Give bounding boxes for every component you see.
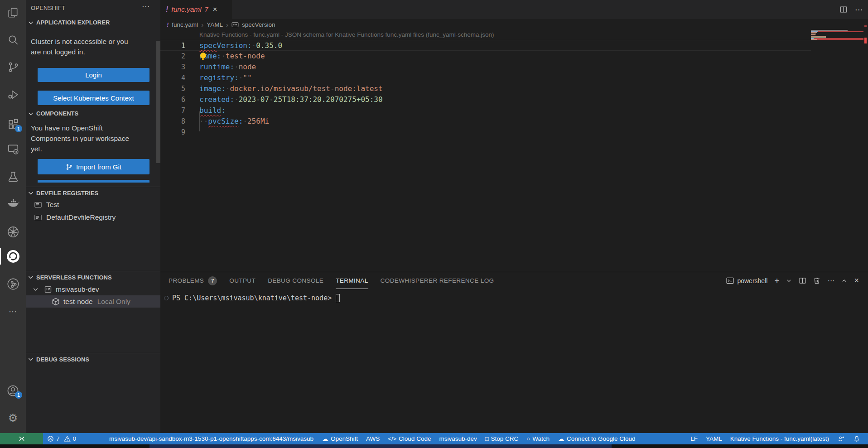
notifications-status[interactable]: [849, 433, 864, 444]
activity-item-accounts[interactable]: 1: [0, 380, 26, 401]
watch-status[interactable]: ○ Watch: [522, 433, 554, 444]
project-status[interactable]: msivasub-dev: [435, 433, 481, 444]
trash-icon[interactable]: [813, 277, 820, 284]
section-application-explorer[interactable]: APPLICATION EXPLORER: [26, 16, 160, 29]
breadcrumb-lang[interactable]: YAML: [207, 21, 223, 28]
registry-item-test[interactable]: Test: [26, 198, 160, 211]
activity-item-kubernetes[interactable]: [0, 221, 26, 243]
activity-item-settings[interactable]: ⚙: [0, 407, 26, 429]
terminal-shell-selector[interactable]: powershell: [726, 277, 767, 284]
more-actions-icon[interactable]: ⋯: [827, 276, 834, 285]
aws-status[interactable]: AWS: [362, 433, 384, 444]
code-line[interactable]: 7build:: [160, 105, 811, 116]
chevron-down-icon[interactable]: [786, 278, 792, 284]
line-number: 1: [160, 40, 185, 50]
cluster-context-status[interactable]: msivasub-dev/api-sandbox-m3-1530-p1-open…: [105, 433, 318, 444]
yaml-file-icon: !: [166, 5, 168, 14]
panel-tabs: PROBLEMS 7 OUTPUT DEBUG CONSOLE TERMINAL…: [169, 272, 494, 289]
section-debug-sessions[interactable]: DEBUG SESSIONS: [26, 353, 160, 365]
code-line[interactable]: 8··pvcSize:·256Mi: [160, 116, 811, 127]
components-message: You have no OpenShift Components in your…: [31, 123, 154, 154]
registry-item-default[interactable]: DefaultDevfileRegistry: [26, 211, 160, 224]
section-serverless-functions[interactable]: SERVERLESS FUNCTIONS: [26, 271, 160, 283]
import-from-git-button[interactable]: Import from Git: [38, 159, 149, 174]
code-line[interactable]: 9: [160, 127, 811, 138]
namespace-row-msivasub-dev[interactable]: msivasub-dev: [26, 283, 160, 295]
yaml-schema-status[interactable]: Knative Functions - func.yaml(latest): [726, 433, 833, 444]
bottom-panel: PROBLEMS 7 OUTPUT DEBUG CONSOLE TERMINAL…: [160, 272, 868, 433]
select-kubernetes-context-button[interactable]: Select Kubernetes Context: [38, 91, 149, 105]
lightbulb-icon[interactable]: [200, 53, 206, 58]
error-count: 7: [56, 435, 60, 442]
indent-guide: [199, 111, 200, 131]
overview-ruler-error-mark: [864, 25, 867, 27]
code-line[interactable]: 5image:·docker.io/msivasub/test-node:lat…: [160, 83, 811, 94]
breadcrumb-file[interactable]: func.yaml: [172, 21, 198, 28]
feedback-status[interactable]: [833, 433, 849, 444]
taskbar-edge-segment: [149, 444, 612, 448]
openshift-icon: [6, 250, 20, 263]
chevron-down-icon[interactable]: [32, 286, 39, 293]
vscode-window: 1 ⋯ 1 ⚙ OPENSHIFT: [0, 0, 868, 448]
activity-item-explorer[interactable]: [0, 2, 26, 24]
activity-item-serverless-functions[interactable]: [0, 273, 26, 295]
more-icon: ⋯: [9, 307, 17, 317]
code-line[interactable]: 1specVersion:·0.35.0: [160, 40, 811, 51]
cloud-code-status[interactable]: </> Cloud Code: [384, 433, 435, 444]
tab-terminal[interactable]: TERMINAL: [336, 272, 368, 289]
breadcrumb: ! func.yaml › YAML › specVersion: [167, 19, 275, 30]
code-line[interactable]: 2name:·test-node: [160, 51, 811, 62]
split-editor-icon[interactable]: [839, 5, 848, 14]
line-number: 4: [160, 72, 185, 83]
maximize-panel-icon[interactable]: [841, 278, 847, 284]
close-icon[interactable]: ×: [212, 5, 217, 14]
terminal-content[interactable]: PS C:\Users\msivasub\knative\test-node>: [164, 294, 340, 302]
login-button[interactable]: Login: [38, 68, 149, 82]
function-row-test-node[interactable]: test-node Local Only: [26, 295, 160, 308]
stop-crc-status[interactable]: □ Stop CRC: [481, 433, 523, 444]
gcloud-status[interactable]: ☁ Connect to Google Cloud: [554, 433, 640, 444]
activity-item-openshift[interactable]: [0, 246, 26, 267]
more-actions-icon[interactable]: ⋯: [855, 5, 863, 14]
activity-item-extensions[interactable]: 1: [0, 113, 26, 135]
split-terminal-icon[interactable]: [799, 277, 806, 284]
new-terminal-icon[interactable]: +: [774, 276, 779, 286]
activity-item-search[interactable]: [0, 29, 26, 51]
code-lines[interactable]: 1specVersion:·0.35.02name:·test-node3run…: [160, 40, 811, 138]
code-line[interactable]: 6created:·2023-07-25T18:37:20.2070275+05…: [160, 94, 811, 105]
section-devfile-registries[interactable]: DEVFILE REGISTRIES: [26, 187, 160, 199]
activity-item-source-control[interactable]: [0, 56, 26, 78]
code-line[interactable]: 3runtime:·node: [160, 62, 811, 72]
tab-debug-console[interactable]: DEBUG CONSOLE: [268, 272, 323, 289]
tab-problems[interactable]: PROBLEMS 7: [169, 272, 217, 289]
activity-item-remote-explorer[interactable]: [0, 138, 26, 160]
namespace-label: msivasub-dev: [56, 285, 99, 294]
remote-indicator[interactable]: [0, 433, 43, 444]
gear-icon: ⚙: [8, 413, 18, 424]
minimap[interactable]: [811, 30, 863, 50]
tab-label: CODEWHISPERER REFERENCE LOG: [381, 277, 494, 284]
sidebar-openshift: OPENSHIFT ⋯ APPLICATION EXPLORER Cluster…: [26, 0, 160, 433]
activity-item-more[interactable]: ⋯: [0, 301, 26, 323]
problems-status[interactable]: 7 0: [43, 433, 80, 444]
eol-status[interactable]: LF: [686, 433, 702, 444]
section-components[interactable]: COMPONENTS: [26, 107, 160, 120]
tab-codewhisperer-log[interactable]: CODEWHISPERER REFERENCE LOG: [381, 272, 494, 289]
schema-hint-link[interactable]: Knative Functions - func.yaml - JSON sch…: [199, 31, 494, 38]
close-panel-icon[interactable]: ×: [854, 276, 859, 285]
terminal-icon: [726, 277, 734, 284]
language-status[interactable]: YAML: [702, 433, 726, 444]
sidebar-scrollbar[interactable]: [156, 41, 160, 163]
activity-item-run-debug[interactable]: [0, 83, 26, 105]
openshift-status[interactable]: ☁ OpenShift: [318, 433, 362, 444]
activity-item-docker[interactable]: [0, 192, 26, 214]
section-label: DEVFILE REGISTRIES: [36, 190, 98, 197]
code-line[interactable]: 4registry:·"": [160, 72, 811, 83]
next-button-sliver[interactable]: [38, 180, 149, 183]
breadcrumb-symbol[interactable]: specVersion: [242, 21, 275, 28]
serverless-functions-icon: [7, 278, 19, 290]
sidebar-more-actions-icon[interactable]: ⋯: [142, 2, 149, 11]
tab-output[interactable]: OUTPUT: [229, 272, 256, 289]
activity-item-testing[interactable]: [0, 166, 26, 188]
tab-func-yaml[interactable]: ! func.yaml 7 ×: [160, 0, 232, 19]
